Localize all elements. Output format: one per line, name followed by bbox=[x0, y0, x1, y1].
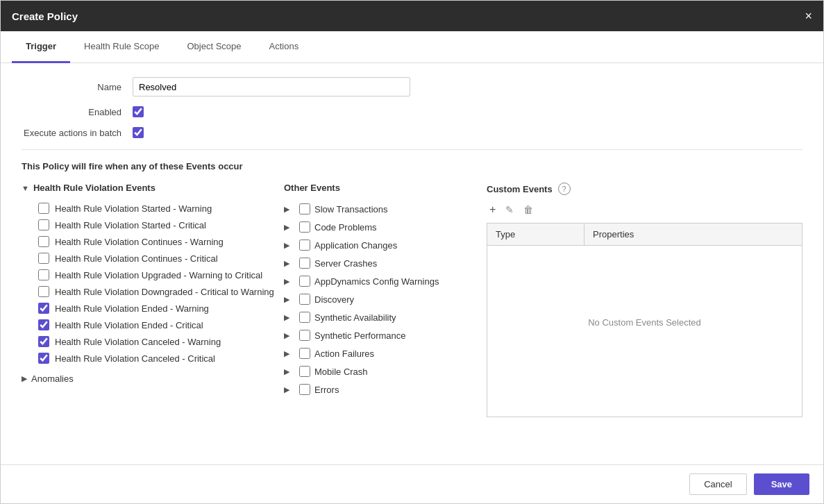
col-type: Type bbox=[487, 224, 585, 245]
other-event-item: ▶Synthetic Performance bbox=[284, 326, 473, 344]
expand-arrow-icon[interactable]: ▶ bbox=[284, 331, 295, 340]
other-events-col: Other Events ▶Slow Transactions▶Code Pro… bbox=[278, 183, 473, 417]
custom-table-empty: No Custom Events Selected bbox=[487, 246, 802, 398]
add-custom-event-button[interactable]: + bbox=[487, 202, 498, 217]
custom-events-table: Type Properties No Custom Events Selecte… bbox=[487, 223, 802, 417]
health-violation-item-label: Health Rule Violation Started - Critical bbox=[55, 220, 206, 230]
other-event-items: ▶Slow Transactions▶Code Problems▶Applica… bbox=[284, 200, 473, 398]
modal-body: Name Enabled Execute actions in batch Th… bbox=[1, 63, 823, 464]
health-violation-title: Health Rule Violation Events bbox=[33, 183, 155, 193]
health-violation-col: ▼ Health Rule Violation Events Health Ru… bbox=[22, 183, 278, 417]
health-violation-checkbox-9[interactable] bbox=[38, 353, 49, 364]
anomalies-label: Anomalies bbox=[31, 373, 74, 384]
custom-events-help-icon[interactable]: ? bbox=[558, 183, 571, 195]
health-violation-checkbox-7[interactable] bbox=[38, 319, 49, 330]
anomalies-chevron-right-icon: ▶ bbox=[22, 374, 27, 383]
expand-arrow-icon[interactable]: ▶ bbox=[284, 367, 295, 376]
name-input[interactable] bbox=[133, 77, 410, 96]
health-violation-item: Health Rule Violation Canceled - Critica… bbox=[22, 350, 278, 367]
edit-custom-event-button[interactable]: ✎ bbox=[503, 202, 516, 217]
form-divider bbox=[22, 149, 802, 150]
health-violation-item-label: Health Rule Violation Continues - Critic… bbox=[55, 253, 218, 264]
name-label: Name bbox=[22, 82, 133, 92]
health-violation-checkbox-3[interactable] bbox=[38, 253, 49, 264]
other-event-checkbox-8[interactable] bbox=[299, 348, 310, 359]
expand-arrow-icon[interactable]: ▶ bbox=[284, 259, 295, 268]
anomalies-header[interactable]: ▶ Anomalies bbox=[22, 371, 278, 387]
other-event-checkbox-2[interactable] bbox=[299, 240, 310, 251]
other-event-item: ▶Synthetic Availability bbox=[284, 308, 473, 326]
other-event-label: Errors bbox=[314, 385, 339, 395]
health-violation-item-label: Health Rule Violation Canceled - Critica… bbox=[55, 353, 215, 364]
expand-arrow-icon[interactable]: ▶ bbox=[284, 385, 295, 394]
health-violation-item-label: Health Rule Violation Continues - Warnin… bbox=[55, 237, 224, 247]
other-event-checkbox-3[interactable] bbox=[299, 258, 310, 269]
other-event-checkbox-6[interactable] bbox=[299, 312, 310, 323]
expand-arrow-icon[interactable]: ▶ bbox=[284, 313, 295, 322]
other-event-item: ▶Action Failures bbox=[284, 344, 473, 362]
enabled-checkbox[interactable] bbox=[133, 106, 144, 117]
other-event-label: Application Changes bbox=[314, 240, 397, 251]
health-violation-item-label: Health Rule Violation Upgraded - Warning… bbox=[55, 270, 262, 280]
name-row: Name bbox=[22, 77, 802, 96]
tab-bar: Trigger Health Rule Scope Object Scope A… bbox=[1, 31, 823, 63]
health-violation-item-label: Health Rule Violation Canceled - Warning bbox=[55, 337, 221, 347]
other-event-item: ▶Slow Transactions bbox=[284, 200, 473, 218]
other-event-checkbox-0[interactable] bbox=[299, 203, 310, 215]
save-button[interactable]: Save bbox=[754, 473, 809, 495]
expand-arrow-icon[interactable]: ▶ bbox=[284, 295, 295, 304]
health-violation-checkbox-0[interactable] bbox=[38, 203, 49, 214]
batch-row: Execute actions in batch bbox=[22, 127, 802, 138]
health-violation-item-label: Health Rule Violation Ended - Warning bbox=[55, 303, 209, 314]
delete-custom-event-button[interactable]: 🗑 bbox=[521, 202, 536, 217]
modal-title: Create Policy bbox=[12, 10, 78, 22]
modal-header: Create Policy × bbox=[1, 1, 823, 31]
tab-object-scope[interactable]: Object Scope bbox=[173, 31, 255, 63]
expand-arrow-icon[interactable]: ▶ bbox=[284, 349, 295, 358]
custom-table-header: Type Properties bbox=[487, 224, 802, 246]
custom-events-header: Custom Events ? bbox=[487, 183, 802, 195]
batch-checkbox[interactable] bbox=[133, 127, 144, 138]
health-violation-item: Health Rule Violation Canceled - Warning bbox=[22, 333, 278, 350]
health-violation-checkbox-4[interactable] bbox=[38, 269, 49, 280]
other-event-label: Code Problems bbox=[314, 222, 377, 233]
other-event-label: Action Failures bbox=[314, 348, 374, 359]
tab-health-rule-scope[interactable]: Health Rule Scope bbox=[70, 31, 173, 63]
other-event-checkbox-4[interactable] bbox=[299, 276, 310, 287]
other-event-checkbox-5[interactable] bbox=[299, 294, 310, 305]
create-policy-modal: Create Policy × Trigger Health Rule Scop… bbox=[0, 0, 824, 504]
expand-arrow-icon[interactable]: ▶ bbox=[284, 223, 295, 232]
custom-events-toolbar: + ✎ 🗑 bbox=[487, 202, 802, 217]
tab-actions[interactable]: Actions bbox=[255, 31, 313, 63]
other-event-checkbox-1[interactable] bbox=[299, 221, 310, 233]
enabled-checkbox-wrap bbox=[133, 106, 144, 117]
tab-trigger[interactable]: Trigger bbox=[12, 31, 70, 63]
health-violation-checkbox-2[interactable] bbox=[38, 236, 49, 247]
expand-arrow-icon[interactable]: ▶ bbox=[284, 277, 295, 286]
batch-label: Execute actions in batch bbox=[22, 128, 133, 138]
close-button[interactable]: × bbox=[805, 10, 812, 22]
other-events-header: Other Events bbox=[284, 183, 473, 193]
other-event-item: ▶Code Problems bbox=[284, 218, 473, 236]
health-violation-checkbox-6[interactable] bbox=[38, 303, 49, 314]
custom-events-col: Custom Events ? + ✎ 🗑 Type Properties No… bbox=[473, 183, 802, 417]
other-event-item: ▶Errors bbox=[284, 380, 473, 398]
health-violation-item: Health Rule Violation Downgraded - Criti… bbox=[22, 283, 278, 300]
other-event-checkbox-9[interactable] bbox=[299, 366, 310, 377]
enabled-label: Enabled bbox=[22, 107, 133, 117]
batch-checkbox-wrap bbox=[133, 127, 144, 138]
health-violation-item: Health Rule Violation Ended - Critical bbox=[22, 317, 278, 333]
other-event-checkbox-7[interactable] bbox=[299, 330, 310, 341]
other-event-checkbox-10[interactable] bbox=[299, 384, 310, 395]
health-violation-header[interactable]: ▼ Health Rule Violation Events bbox=[22, 183, 278, 193]
events-container: ▼ Health Rule Violation Events Health Ru… bbox=[22, 183, 802, 417]
cancel-button[interactable]: Cancel bbox=[689, 473, 746, 495]
expand-arrow-icon[interactable]: ▶ bbox=[284, 205, 295, 214]
health-violation-item-label: Health Rule Violation Downgraded - Criti… bbox=[55, 287, 274, 297]
health-violation-checkbox-1[interactable] bbox=[38, 219, 49, 230]
expand-arrow-icon[interactable]: ▶ bbox=[284, 241, 295, 250]
health-chevron-down-icon: ▼ bbox=[22, 184, 29, 192]
health-violation-checkbox-8[interactable] bbox=[38, 336, 49, 347]
health-violation-checkbox-5[interactable] bbox=[38, 286, 49, 297]
other-event-item: ▶AppDynamics Config Warnings bbox=[284, 272, 473, 290]
